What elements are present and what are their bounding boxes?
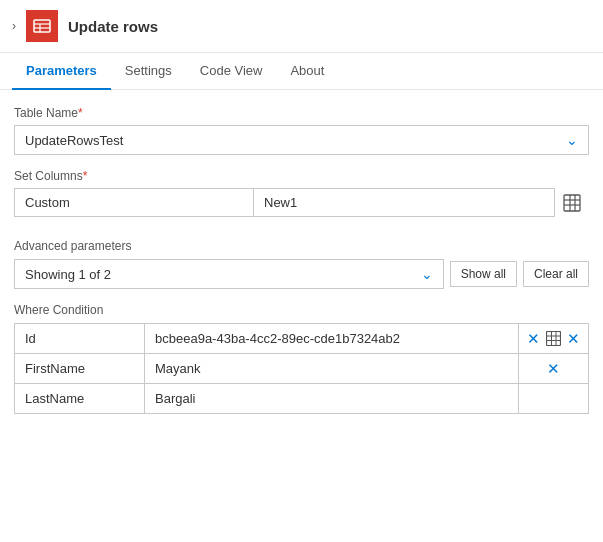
update-rows-icon [26, 10, 58, 42]
table-row: Id bcbeea9a-43ba-4cc2-89ec-cde1b7324ab2 … [15, 324, 589, 354]
table-row: LastName Bargali [15, 384, 589, 414]
svg-rect-4 [564, 195, 580, 211]
where-col-value-firstname: Mayank [145, 354, 519, 384]
advanced-parameters-row: Showing 1 of 2 ⌄ Show all Clear all [14, 259, 589, 289]
advanced-parameters-label: Advanced parameters [14, 239, 589, 253]
tab-settings[interactable]: Settings [111, 53, 186, 90]
page-title: Update rows [68, 18, 158, 35]
where-col-value-id: bcbeea9a-43ba-4cc2-89ec-cde1b7324ab2 [145, 324, 519, 354]
tab-parameters[interactable]: Parameters [12, 53, 111, 90]
back-chevron[interactable]: › [12, 19, 16, 33]
table-name-label: Table Name* [14, 106, 589, 120]
close-icon-firstname[interactable]: ✕ [547, 360, 560, 378]
where-col-actions-id: ✕ ✕ [519, 324, 589, 354]
where-col-name-firstname: FirstName [15, 354, 145, 384]
set-columns-row: Custom New1 [14, 188, 589, 217]
content-area: Table Name* UpdateRowsTest ⌄ Set Columns… [0, 90, 603, 430]
where-col-actions-firstname: ✕ [519, 354, 589, 384]
table-name-dropdown[interactable]: UpdateRowsTest ⌄ [14, 125, 589, 155]
advanced-chevron-down-icon: ⌄ [421, 266, 433, 282]
clear-all-button[interactable]: Clear all [523, 261, 589, 287]
where-condition-table: Id bcbeea9a-43ba-4cc2-89ec-cde1b7324ab2 … [14, 323, 589, 414]
tab-code-view[interactable]: Code View [186, 53, 277, 90]
tab-about[interactable]: About [276, 53, 338, 90]
grid-icon-id[interactable] [546, 331, 561, 346]
where-col-value-lastname: Bargali [145, 384, 519, 414]
set-columns-value: New1 [254, 188, 555, 217]
chevron-down-icon: ⌄ [566, 132, 578, 148]
svg-rect-0 [34, 20, 50, 32]
table-row: FirstName Mayank ✕ [15, 354, 589, 384]
advanced-parameters-section: Advanced parameters Showing 1 of 2 ⌄ Sho… [14, 239, 589, 289]
set-columns-grid-icon[interactable] [555, 188, 589, 217]
set-columns-key: Custom [14, 188, 254, 217]
close-icon-id-right[interactable]: ✕ [567, 330, 580, 348]
set-columns-label: Set Columns* [14, 169, 589, 183]
svg-rect-9 [547, 332, 561, 346]
tabs-bar: Parameters Settings Code View About [0, 53, 603, 90]
where-col-name-lastname: LastName [15, 384, 145, 414]
show-all-button[interactable]: Show all [450, 261, 517, 287]
header: › Update rows [0, 0, 603, 53]
close-icon-id-left[interactable]: ✕ [527, 330, 540, 348]
where-col-name-id: Id [15, 324, 145, 354]
advanced-dropdown-value: Showing 1 of 2 [25, 267, 111, 282]
where-col-actions-lastname [519, 384, 589, 414]
where-condition-label: Where Condition [14, 303, 589, 317]
advanced-dropdown[interactable]: Showing 1 of 2 ⌄ [14, 259, 444, 289]
table-name-value: UpdateRowsTest [25, 133, 123, 148]
